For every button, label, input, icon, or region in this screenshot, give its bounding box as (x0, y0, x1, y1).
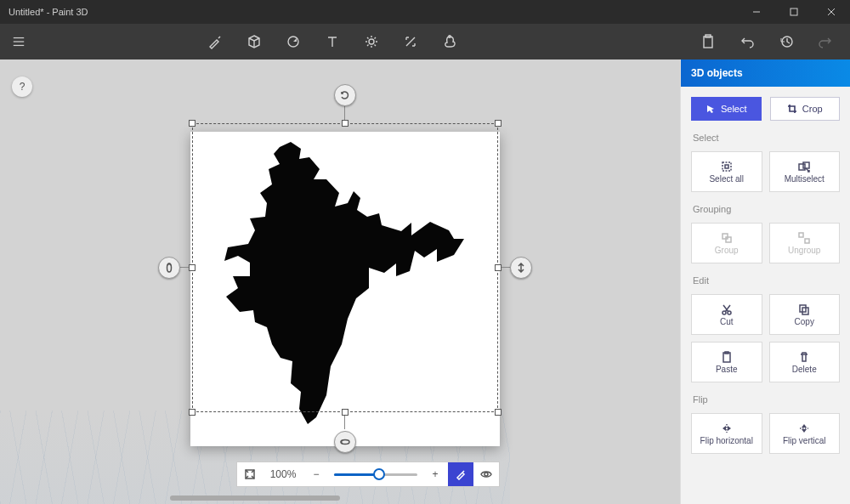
resize-handle[interactable] (495, 409, 502, 416)
rotate-y-knob[interactable] (158, 257, 180, 279)
group-button: Group (691, 223, 762, 263)
paste-button[interactable]: Paste (691, 342, 762, 382)
flip-vertical-button[interactable]: Flip vertical (769, 413, 841, 454)
flip-h-label: Flip horizontal (700, 436, 753, 445)
zoom-value: 100% (263, 468, 303, 480)
selection-box[interactable] (192, 123, 498, 438)
view-mode-icon[interactable] (473, 468, 499, 480)
cut-label: Cut (720, 317, 734, 326)
canvas-icon[interactable] (403, 34, 418, 49)
svg-rect-21 (722, 234, 728, 239)
resize-handle[interactable] (189, 264, 196, 271)
window-title: Untitled* - Paint 3D (8, 7, 88, 17)
rotate-x-knob[interactable] (334, 431, 356, 453)
stickers-icon[interactable] (286, 34, 301, 49)
copy-label: Copy (795, 317, 814, 326)
cut-button[interactable]: Cut (691, 294, 762, 335)
zoom-mode-button[interactable] (448, 462, 473, 486)
delete-label: Delete (792, 365, 817, 374)
minimize-button[interactable] (738, 0, 775, 24)
delete-button[interactable]: Delete (769, 342, 841, 382)
3d-shapes-icon[interactable] (246, 34, 262, 49)
multiselect-label: Multiselect (785, 174, 824, 184)
resize-handle[interactable] (342, 120, 348, 127)
resize-handle[interactable] (189, 120, 196, 127)
flip-v-label: Flip vertical (783, 436, 826, 445)
effects-icon[interactable] (364, 34, 379, 49)
zoom-slider[interactable] (334, 473, 417, 476)
brushes-icon[interactable] (207, 34, 223, 49)
section-flip-title: Flip (681, 393, 850, 406)
svg-rect-19 (799, 164, 805, 170)
ungroup-label: Ungroup (788, 246, 820, 255)
zoom-in-button[interactable]: + (422, 468, 448, 480)
svg-rect-24 (805, 239, 809, 243)
tab-select-label: Select (721, 104, 747, 114)
svg-rect-23 (799, 233, 803, 237)
maximize-button[interactable] (775, 0, 813, 24)
close-button[interactable] (813, 0, 850, 24)
svg-point-8 (369, 39, 374, 44)
multiselect-button[interactable]: Multiselect (769, 151, 841, 192)
svg-rect-17 (722, 162, 731, 171)
select-all-button[interactable]: Select all (691, 151, 762, 192)
section-edit-title: Edit (681, 274, 850, 287)
tab-crop-label: Crop (802, 104, 823, 114)
undo-icon[interactable] (740, 34, 755, 49)
resize-handle[interactable] (495, 120, 502, 127)
ungroup-button: Ungroup (769, 223, 841, 263)
copy-button[interactable]: Copy (769, 294, 841, 335)
paste-label: Paste (716, 365, 738, 374)
resize-handle[interactable] (189, 409, 196, 416)
help-button[interactable]: ? (12, 76, 32, 97)
horizontal-scrollbar[interactable] (170, 496, 340, 501)
3d-library-icon[interactable] (442, 34, 457, 49)
menu-button[interactable] (0, 35, 37, 48)
svg-rect-18 (725, 165, 728, 168)
flip-horizontal-button[interactable]: Flip horizontal (691, 413, 762, 454)
panel-header: 3D objects (681, 59, 850, 87)
svg-point-16 (484, 473, 488, 476)
section-select-title: Select (681, 131, 850, 144)
zoom-out-button[interactable]: − (303, 468, 329, 480)
resize-handle[interactable] (495, 264, 502, 271)
move-z-knob[interactable] (510, 257, 532, 279)
rotate-z-knob[interactable] (334, 84, 356, 106)
tab-select[interactable]: Select (691, 97, 762, 121)
svg-rect-20 (803, 162, 809, 168)
group-label: Group (715, 246, 739, 255)
zoom-bar: 100% − + (236, 462, 500, 487)
svg-rect-10 (704, 37, 712, 48)
fit-screen-icon[interactable] (237, 468, 263, 480)
history-icon[interactable] (779, 34, 794, 49)
text-icon[interactable] (325, 34, 340, 49)
side-panel: 3D objects Select Crop Select Select all… (680, 59, 850, 504)
svg-rect-1 (790, 8, 797, 15)
tab-crop[interactable]: Crop (770, 97, 841, 121)
redo-icon[interactable] (818, 34, 833, 49)
paste-icon[interactable] (700, 34, 716, 49)
canvas-area[interactable]: ? (0, 59, 680, 504)
resize-handle[interactable] (342, 409, 348, 416)
svg-rect-22 (726, 237, 731, 242)
section-grouping-title: Grouping (681, 202, 850, 216)
select-all-label: Select all (709, 174, 744, 184)
